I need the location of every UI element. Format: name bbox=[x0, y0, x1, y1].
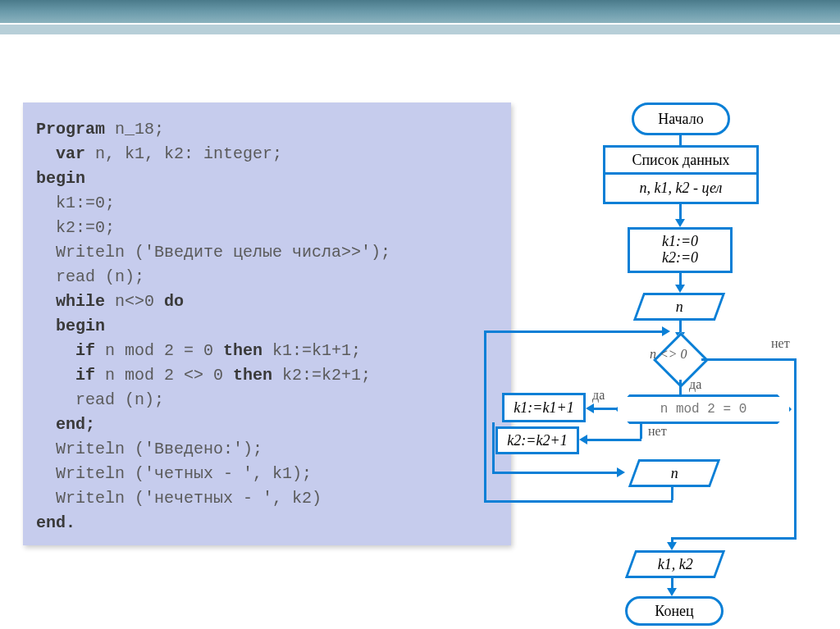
connector bbox=[701, 358, 796, 361]
connector bbox=[679, 380, 682, 394]
kw-program: Program bbox=[36, 120, 105, 139]
connector bbox=[586, 439, 641, 441]
code-text: read (n); bbox=[56, 267, 144, 286]
label-no2: нет bbox=[648, 424, 667, 439]
arrow-icon bbox=[667, 542, 677, 550]
flow-end-label: Конец bbox=[655, 603, 693, 620]
kw-var: var bbox=[56, 144, 85, 163]
connector bbox=[492, 422, 495, 472]
flow-decision-2: n mod 2 = 0 bbox=[615, 394, 792, 424]
flow-datalist: Список данных bbox=[603, 145, 759, 175]
code-text: n mod 2 = 0 bbox=[95, 341, 223, 360]
flow-k1inc: k1:=k1+1 bbox=[502, 393, 586, 422]
connector bbox=[492, 472, 619, 474]
code-text: Writeln ( bbox=[56, 440, 144, 458]
kw-do: do bbox=[164, 292, 184, 311]
flow-init: k1:=0 k2:=0 bbox=[628, 227, 733, 273]
kw-if: if bbox=[75, 341, 95, 360]
code-text: n<>0 bbox=[105, 292, 164, 311]
arrow-icon bbox=[667, 588, 677, 596]
label-no: нет bbox=[771, 336, 790, 351]
flow-init2: k2:=0 bbox=[662, 250, 698, 267]
slide-border-sub bbox=[0, 25, 840, 34]
flow-init1: k1:=0 bbox=[662, 234, 698, 250]
code-string: 'Введено:' bbox=[144, 440, 243, 458]
flowchart: Начало Список данных n, k1, k2 - цел k1:… bbox=[533, 103, 829, 619]
arrow-icon bbox=[617, 467, 625, 477]
label-yes: да bbox=[689, 377, 701, 392]
connector bbox=[640, 424, 642, 439]
kw-endp: end. bbox=[36, 513, 75, 532]
code-string: 'Введите целые числа>>' bbox=[144, 243, 371, 262]
connector bbox=[484, 500, 673, 503]
connector bbox=[484, 330, 486, 503]
flow-start-label: Начало bbox=[658, 111, 703, 128]
flow-input-n-label: n bbox=[676, 299, 683, 316]
flow-output-label: k1, k2 bbox=[658, 556, 693, 573]
code-text: k1:=k1+1; bbox=[262, 341, 361, 360]
flow-vars: n, k1, k2 - цел bbox=[603, 175, 759, 204]
code-string: 'нечетных - ' bbox=[144, 489, 272, 508]
connector bbox=[592, 408, 617, 410]
arrow-icon bbox=[675, 219, 685, 227]
code-text: k2:=0; bbox=[56, 218, 115, 237]
code-text: ); bbox=[243, 440, 262, 458]
kw-if2: if bbox=[75, 366, 95, 385]
code-text: read (n); bbox=[75, 390, 164, 409]
code-text: ); bbox=[371, 243, 390, 262]
flow-input-n2: n bbox=[628, 459, 720, 487]
kw-begin2: begin bbox=[56, 317, 105, 335]
connector bbox=[794, 358, 797, 537]
arrow-icon bbox=[579, 435, 587, 444]
code-text: n, k1, k2: integer; bbox=[85, 144, 282, 163]
arrow-icon bbox=[675, 285, 685, 293]
kw-end: end; bbox=[56, 415, 95, 434]
slide-border-top bbox=[0, 0, 840, 25]
arrow-icon bbox=[662, 326, 670, 336]
code-text: Writeln ( bbox=[56, 243, 144, 262]
flow-vars-label: n, k1, k2 - цел bbox=[640, 180, 723, 197]
kw-begin: begin bbox=[36, 169, 85, 188]
arrow-icon bbox=[586, 403, 594, 413]
flow-input-n2-label: n bbox=[671, 465, 678, 482]
code-text: Writeln ( bbox=[56, 489, 144, 508]
flow-cond2-label: n mod 2 = 0 bbox=[618, 397, 789, 422]
kw-while: while bbox=[56, 292, 105, 311]
code-text: , k1); bbox=[253, 464, 312, 483]
code-text: Writeln ( bbox=[56, 464, 144, 483]
connector bbox=[671, 537, 797, 540]
code-listing: Program n_18; var n, k1, k2: integer; be… bbox=[23, 103, 511, 545]
connector bbox=[679, 135, 682, 145]
code-string: 'четных - ' bbox=[144, 464, 253, 483]
connector bbox=[484, 330, 664, 333]
code-text: n mod 2 <> 0 bbox=[95, 366, 233, 385]
flow-end: Конец bbox=[625, 596, 724, 626]
flow-k2inc-label: k2:=k2+1 bbox=[507, 432, 567, 449]
flow-k2inc: k2:=k2+1 bbox=[495, 426, 579, 454]
code-text: k1:=0; bbox=[56, 194, 115, 212]
label-yes2: да bbox=[592, 388, 605, 403]
connector bbox=[671, 487, 673, 500]
flow-cond1-label: n <> 0 bbox=[650, 347, 687, 362]
code-text: , k2) bbox=[272, 489, 322, 508]
flow-input-n: n bbox=[633, 293, 725, 321]
kw-then2: then bbox=[233, 366, 272, 385]
flow-datalist-label: Список данных bbox=[632, 152, 729, 169]
flow-k1inc-label: k1:=k1+1 bbox=[514, 399, 573, 417]
flow-start: Начало bbox=[632, 103, 730, 135]
kw-then: then bbox=[223, 341, 262, 360]
code-text: k2:=k2+1; bbox=[272, 366, 371, 385]
code-text: n_18; bbox=[105, 120, 164, 139]
flow-output: k1, k2 bbox=[625, 550, 725, 578]
